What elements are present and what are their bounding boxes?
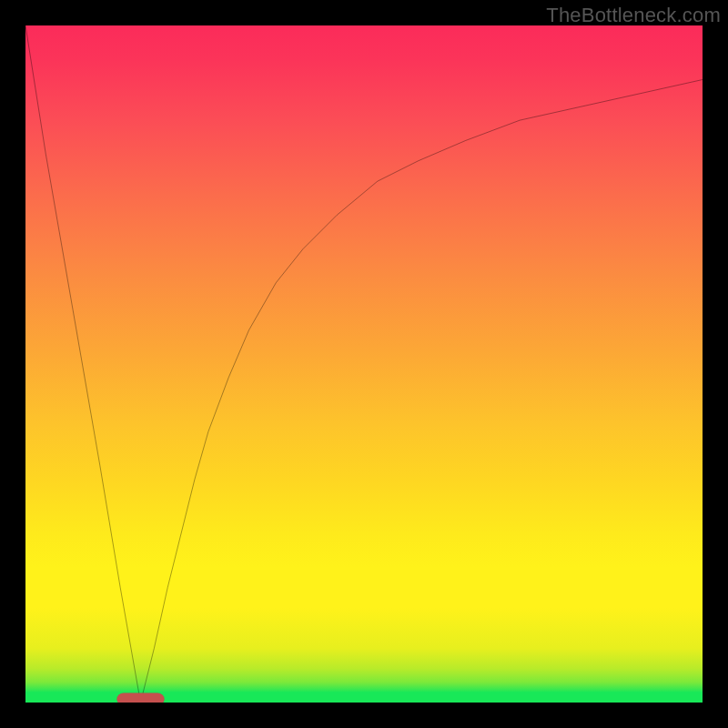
chart-canvas [25, 25, 703, 703]
curve-left-branch [25, 25, 140, 703]
minimum-marker [116, 693, 164, 703]
chart-frame: TheBottleneck.com [0, 0, 728, 728]
watermark-text: TheBottleneck.com [546, 4, 721, 27]
curve-right-branch [140, 80, 703, 703]
plot-area [25, 25, 703, 703]
